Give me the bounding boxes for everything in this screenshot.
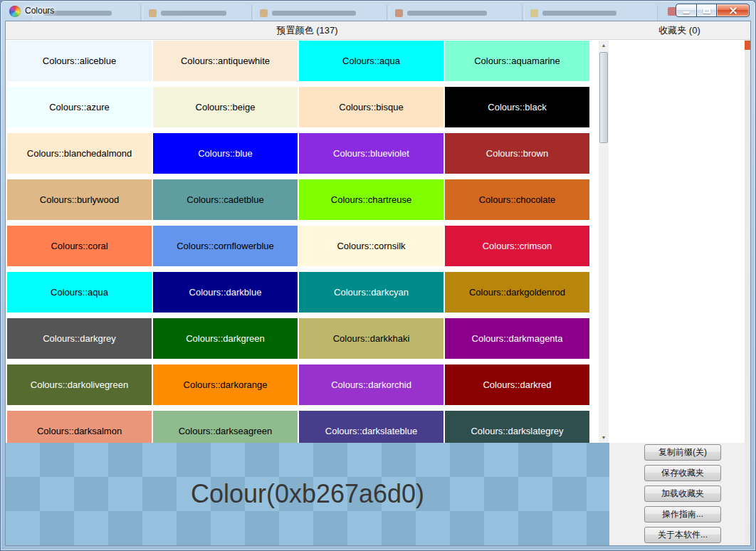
tab-favicon-icon	[149, 9, 157, 17]
tab-favicon-icon	[395, 9, 403, 17]
color-swatch-label: Colours::blueviolet	[333, 148, 409, 159]
color-swatch-label: Colours::burlywood	[40, 194, 119, 205]
grid-scrollbar-thumb[interactable]	[599, 52, 608, 143]
ghost-tab	[253, 4, 387, 21]
color-swatch[interactable]: Colours::blueviolet	[299, 133, 443, 174]
color-swatch[interactable]: Colours::antiquewhite	[153, 41, 298, 81]
color-swatch[interactable]: Colours::blanchedalmond	[7, 133, 152, 174]
color-swatch[interactable]: Colours::darkolivegreen	[7, 364, 152, 405]
action-button[interactable]: 复制前缀(关)	[644, 444, 721, 461]
color-swatch-label: Colours::cadetblue	[187, 194, 263, 205]
scroll-up-icon[interactable]: ▲	[599, 41, 609, 51]
app-window: Colours 预置颜色 (137) 收藏夹 (0) Colours::alic…	[0, 0, 756, 551]
color-swatch-label: Colours::coral	[51, 241, 107, 251]
color-swatch-label: Colours::antiquewhite	[181, 56, 270, 66]
color-swatch[interactable]: Colours::black	[445, 87, 589, 127]
color-swatch[interactable]: Colours::darkblue	[153, 272, 298, 313]
grid-scrollbar[interactable]: ▲ ▼	[599, 41, 609, 443]
color-swatch-label: Colours::blue	[198, 148, 253, 159]
color-swatch-label: Colours::aliceblue	[43, 56, 116, 66]
color-swatch-label: Colours::darkorange	[184, 379, 268, 390]
color-swatch[interactable]: Colours::bisque	[299, 87, 443, 127]
tab-favicon-icon	[260, 9, 268, 17]
color-swatch-label: Colours::aqua	[51, 287, 108, 298]
color-swatch-label: Colours::azure	[49, 102, 110, 112]
color-swatch-label: Colours::darkmagenta	[472, 333, 563, 344]
color-swatch[interactable]: Colours::cornsilk	[299, 226, 443, 266]
color-swatch[interactable]: Colours::darkgoldenrod	[445, 272, 589, 313]
color-swatch[interactable]: Colours::aquamarine	[445, 41, 589, 81]
color-swatch[interactable]: Colours::azure	[7, 87, 152, 127]
ghost-tab	[142, 4, 252, 21]
preview-area: Colour(0xb267a6d0)	[6, 443, 609, 545]
window-title-bar[interactable]: Colours	[1, 1, 755, 21]
color-swatch-label: Colours::darkgrey	[43, 333, 116, 344]
color-swatch-label: Colours::darkblue	[189, 287, 262, 298]
color-swatch[interactable]: Colours::chartreuse	[299, 179, 443, 220]
color-swatch[interactable]: Colours::chocolate	[445, 179, 589, 220]
color-swatch-label: Colours::chocolate	[479, 194, 556, 205]
color-swatch[interactable]: Colours::darkgrey	[7, 318, 152, 359]
color-swatch-label: Colours::darkslategrey	[471, 426, 563, 436]
window-title: Colours	[25, 6, 54, 16]
color-swatch[interactable]: Colours::darkorchid	[299, 364, 443, 405]
color-swatch-label: Colours::aquamarine	[474, 56, 560, 66]
color-swatch[interactable]: Colours::brown	[445, 133, 589, 174]
color-swatch[interactable]: Colours::blue	[153, 133, 298, 174]
minimize-button[interactable]	[676, 4, 697, 17]
color-wheel-app-icon	[9, 6, 21, 17]
color-swatch[interactable]: Colours::darkorange	[153, 364, 298, 405]
color-swatch-label: Colours::beige	[196, 102, 256, 112]
action-button[interactable]: 操作指南...	[644, 506, 721, 523]
color-swatch-label: Colours::darkolivegreen	[31, 379, 128, 390]
client-area: 预置颜色 (137) 收藏夹 (0) Colours::aliceblue Co…	[6, 21, 750, 545]
favorites-panel	[609, 40, 745, 443]
maximize-button[interactable]	[696, 4, 717, 17]
ghost-tab	[524, 4, 658, 21]
action-button[interactable]: 关于本软件...	[644, 527, 721, 543]
action-button[interactable]: 加载收藏夹	[644, 486, 721, 502]
color-swatch-label: Colours::aqua	[342, 56, 400, 66]
action-button[interactable]: 保存收藏夹	[644, 465, 721, 481]
favorites-header: 收藏夹 (0)	[609, 21, 750, 39]
scroll-down-icon[interactable]: ▼	[599, 433, 609, 443]
color-swatch-label: Colours::darkgoldenrod	[469, 287, 565, 298]
color-swatch-label: Colours::darksalmon	[37, 426, 122, 436]
ghost-tab-text	[407, 11, 487, 16]
color-swatch-label: Colours::cornsilk	[337, 241, 405, 251]
favorites-scrollbar-thumb[interactable]	[745, 41, 750, 50]
color-swatch[interactable]: Colours::aliceblue	[7, 41, 152, 81]
ghost-tab-text	[542, 11, 616, 16]
color-swatch-label: Colours::darkred	[483, 379, 551, 390]
ghost-tab-text	[272, 11, 356, 16]
color-swatch-label: Colours::darkslateblue	[325, 426, 417, 436]
color-swatch-label: Colours::darkorchid	[331, 379, 411, 390]
color-swatch[interactable]: Colours::aqua	[299, 41, 443, 81]
tab-favicon-icon	[530, 9, 538, 17]
window-controls	[676, 4, 750, 17]
color-swatch[interactable]: Colours::cornflowerblue	[153, 226, 298, 266]
color-swatch[interactable]: Colours::beige	[153, 87, 298, 127]
color-swatch[interactable]: Colours::cadetblue	[153, 179, 298, 220]
action-button-label: 加载收藏夹	[661, 488, 704, 498]
close-button[interactable]	[716, 4, 750, 17]
color-swatch[interactable]: Colours::darkcyan	[299, 272, 443, 313]
favorites-scrollbar[interactable]	[745, 40, 750, 545]
color-swatch[interactable]: Colours::burlywood	[7, 179, 152, 220]
ghost-tab	[389, 4, 523, 21]
action-button-label: 关于本软件...	[658, 530, 708, 540]
color-swatch-label: Colours::cornflowerblue	[177, 241, 274, 251]
color-swatch-label: Colours::crimson	[483, 241, 552, 251]
color-swatch[interactable]: Colours::aqua	[7, 272, 152, 313]
action-button-label: 保存收藏夹	[661, 468, 704, 478]
color-swatch[interactable]: Colours::coral	[7, 226, 152, 266]
minimize-icon	[683, 11, 690, 14]
color-swatch[interactable]: Colours::darkred	[445, 364, 589, 405]
color-swatch[interactable]: Colours::darkkhaki	[299, 318, 443, 359]
action-button-zone: 复制前缀(关) 保存收藏夹 加载收藏夹 操作指南... 关于本软件...	[609, 443, 750, 545]
color-swatch[interactable]: Colours::crimson	[445, 226, 589, 266]
color-swatch-label: Colours::darkseagreen	[179, 426, 273, 436]
color-swatch[interactable]: Colours::darkmagenta	[445, 318, 589, 359]
maximize-icon	[703, 8, 710, 14]
color-swatch[interactable]: Colours::darkgreen	[153, 318, 298, 359]
